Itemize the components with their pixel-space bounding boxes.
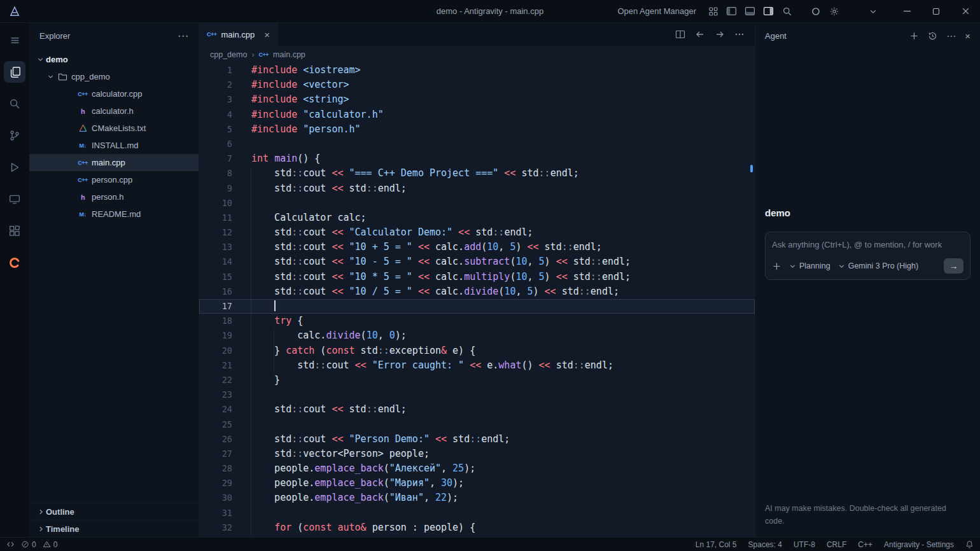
status-item-utf-8[interactable]: UTF-8 bbox=[794, 540, 815, 549]
tree-item-main-cpp[interactable]: C++main.cpp bbox=[29, 154, 199, 171]
model-dropdown[interactable]: Gemini 3 Pro (High) bbox=[838, 262, 918, 270]
status-item-c-[interactable]: C++ bbox=[858, 540, 872, 549]
breadcrumb-item-folder[interactable]: cpp_demo bbox=[210, 50, 247, 59]
code-line[interactable]: 21 std::cout << "Error caught: " << e.wh… bbox=[199, 358, 755, 373]
search-icon[interactable] bbox=[778, 3, 796, 20]
antigravity-agent-icon[interactable] bbox=[4, 252, 25, 274]
tab-close-icon[interactable]: × bbox=[264, 30, 270, 39]
code-line[interactable]: 11 Calculator calc; bbox=[199, 211, 755, 225]
code-line[interactable]: 26 std::cout << "Person Demo:" << std::e… bbox=[199, 432, 755, 447]
run-debug-icon[interactable] bbox=[4, 157, 25, 178]
code-line[interactable]: 29 people.emplace_back("Мария", 30); bbox=[199, 476, 755, 491]
code-line[interactable]: 30 people.emplace_back("Иван", 22); bbox=[199, 491, 755, 505]
navigate-back-icon[interactable] bbox=[695, 29, 705, 39]
code-line[interactable]: 16 std::cout << "10 / 5 = " << calc.divi… bbox=[199, 284, 755, 299]
code-line[interactable]: 31 bbox=[199, 506, 755, 520]
chevron-down-icon[interactable] bbox=[864, 3, 882, 20]
bell-icon[interactable] bbox=[965, 540, 974, 548]
history-icon[interactable] bbox=[928, 31, 937, 41]
explorer-icon[interactable] bbox=[4, 61, 25, 83]
status-item-ln-17-col-5[interactable]: Ln 17, Col 5 bbox=[696, 540, 737, 549]
code-line[interactable]: 14 std::cout << "10 - 5 = " << calc.subt… bbox=[199, 255, 755, 269]
close-button[interactable] bbox=[951, 0, 980, 22]
tree-item-person-h[interactable]: hperson.h bbox=[29, 188, 199, 206]
editor-more-icon[interactable] bbox=[734, 29, 745, 39]
tab-main-cpp[interactable]: C++ main.cpp × bbox=[199, 23, 278, 46]
code-line[interactable]: 7int main() { bbox=[199, 151, 755, 166]
agent-more-icon[interactable]: ⋯ bbox=[946, 31, 956, 41]
attach-plus-icon[interactable] bbox=[772, 262, 781, 271]
cpp-file-icon: C++ bbox=[259, 52, 269, 58]
source-control-icon[interactable] bbox=[4, 125, 25, 146]
explorer-more-icon[interactable]: ⋯ bbox=[178, 31, 188, 41]
remote-explorer-icon[interactable] bbox=[4, 188, 25, 210]
code-line[interactable]: 15 std::cout << "10 * 5 = " << calc.mult… bbox=[199, 270, 755, 284]
navigate-forward-icon[interactable] bbox=[715, 29, 725, 39]
maximize-button[interactable] bbox=[921, 0, 951, 22]
line-number: 25 bbox=[199, 417, 232, 432]
layout-sidebar-right-icon[interactable] bbox=[759, 3, 778, 20]
agent-input[interactable] bbox=[772, 240, 963, 249]
status-item-spaces-4[interactable]: Spaces: 4 bbox=[748, 540, 782, 549]
code-line[interactable]: 3#include <string> bbox=[199, 92, 755, 107]
code-line[interactable]: 23 bbox=[199, 387, 755, 402]
problems-errors[interactable]: 0 bbox=[21, 540, 36, 549]
grid-icon[interactable] bbox=[704, 3, 722, 20]
code-line[interactable]: 1#include <iostream> bbox=[199, 63, 755, 78]
code-line[interactable]: 18 try { bbox=[199, 314, 755, 328]
section-timeline[interactable]: Timeline bbox=[29, 520, 199, 537]
code-line[interactable]: 2#include <vector> bbox=[199, 78, 755, 92]
agent-close-icon[interactable]: × bbox=[965, 31, 970, 41]
search-icon[interactable] bbox=[4, 93, 25, 115]
tree-item-calculator-cpp[interactable]: C++calculator.cpp bbox=[29, 85, 199, 102]
extensions-icon[interactable] bbox=[4, 220, 25, 242]
send-button[interactable]: → bbox=[944, 258, 963, 274]
code-line[interactable]: 5#include "person.h" bbox=[199, 122, 755, 137]
code-line[interactable]: 32 for (const auto& person : people) { bbox=[199, 520, 755, 535]
code-line[interactable]: 20 } catch (const std::exception& e) { bbox=[199, 344, 755, 358]
layout-sidebar-left-icon[interactable] bbox=[722, 3, 741, 20]
tree-item-cmakelists-txt[interactable]: CMakeLists.txt bbox=[29, 120, 199, 137]
code-line[interactable]: 25 bbox=[199, 417, 755, 432]
code-line[interactable]: 17 bbox=[199, 299, 755, 314]
code-line[interactable]: 6 bbox=[199, 137, 755, 151]
status-item-antigravity-settings[interactable]: Antigravity - Settings bbox=[884, 540, 954, 549]
new-chat-plus-icon[interactable] bbox=[909, 31, 919, 41]
scrollbar-decoration[interactable] bbox=[750, 165, 753, 172]
open-agent-manager-button[interactable]: Open Agent Manager bbox=[617, 6, 696, 16]
line-text: std::cout << "Person Demo:" << std::endl… bbox=[232, 432, 510, 447]
code-line[interactable]: 28 people.emplace_back("Алексей", 25); bbox=[199, 461, 755, 476]
layout-panel-bottom-icon[interactable] bbox=[741, 3, 759, 20]
code-line[interactable]: 27 std::vector<Person> people; bbox=[199, 447, 755, 461]
code-line[interactable]: 13 std::cout << "10 + 5 = " << calc.add(… bbox=[199, 240, 755, 255]
code-editor[interactable]: 1#include <iostream>2#include <vector>3#… bbox=[199, 63, 755, 537]
minimize-button[interactable] bbox=[892, 0, 921, 22]
line-text bbox=[232, 506, 251, 520]
problems-warnings[interactable]: 0 bbox=[43, 540, 58, 549]
code-line[interactable]: 10 bbox=[199, 196, 755, 211]
tree-item-readme-md[interactable]: M↓README.md bbox=[29, 206, 199, 223]
remote-indicator-icon[interactable] bbox=[6, 540, 15, 548]
tree-item-calculator-h[interactable]: hcalculator.h bbox=[29, 102, 199, 120]
antigravity-logo-icon[interactable] bbox=[9, 6, 20, 17]
tree-item-cpp-demo[interactable]: cpp_demo bbox=[29, 68, 199, 85]
menu-icon[interactable] bbox=[4, 29, 25, 51]
code-line[interactable]: 4#include "calculator.h" bbox=[199, 108, 755, 122]
breadcrumb-item-file[interactable]: main.cpp bbox=[273, 50, 305, 59]
tree-item-demo[interactable]: demo bbox=[29, 51, 199, 68]
gem-icon[interactable] bbox=[806, 3, 825, 20]
mode-dropdown[interactable]: Planning bbox=[789, 262, 830, 270]
code-line[interactable]: 24 std::cout << std::endl; bbox=[199, 402, 755, 417]
tree-item-install-md[interactable]: M↓INSTALL.md bbox=[29, 137, 199, 154]
section-outline[interactable]: Outline bbox=[29, 503, 199, 520]
tree-item-person-cpp[interactable]: C++person.cpp bbox=[29, 171, 199, 188]
code-line[interactable]: 12 std::cout << "Calculator Demo:" << st… bbox=[199, 225, 755, 240]
breadcrumb-separator: › bbox=[251, 50, 254, 59]
settings-gear-icon[interactable] bbox=[825, 3, 843, 20]
code-line[interactable]: 8 std::cout << "=== C++ Demo Project ===… bbox=[199, 166, 755, 181]
split-editor-icon[interactable] bbox=[675, 29, 685, 39]
status-item-crlf[interactable]: CRLF bbox=[827, 540, 846, 549]
code-line[interactable]: 9 std::cout << std::endl; bbox=[199, 181, 755, 196]
code-line[interactable]: 22 } bbox=[199, 373, 755, 387]
code-line[interactable]: 19 calc.divide(10, 0); bbox=[199, 328, 755, 343]
